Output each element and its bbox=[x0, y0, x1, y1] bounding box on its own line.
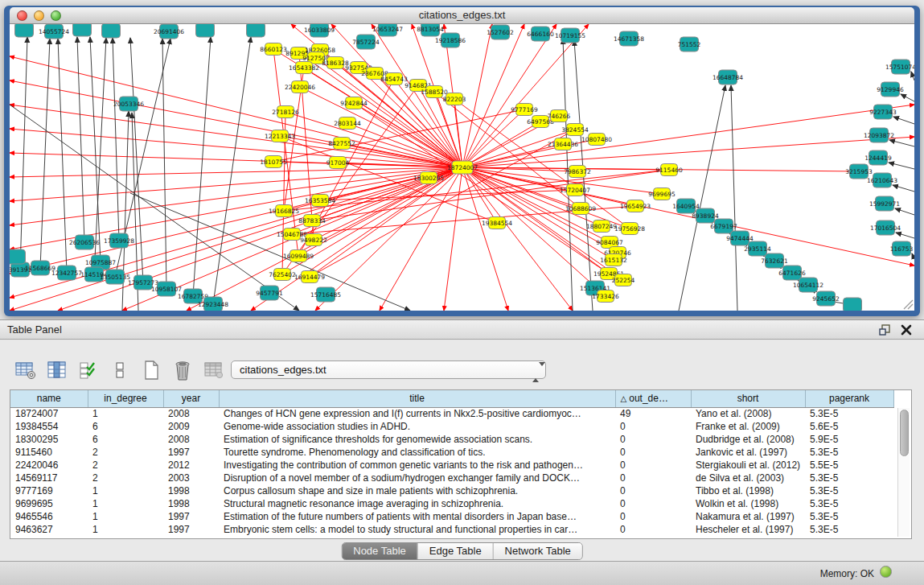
table-row[interactable]: 1938455462009Genome-wide association stu… bbox=[10, 420, 893, 433]
table-settings-icon[interactable] bbox=[14, 359, 37, 381]
graph-node[interactable]: 15751074 bbox=[885, 60, 914, 74]
table-row[interactable]: 977716911998Corpus callosum shape and si… bbox=[10, 484, 893, 497]
table-scrollbar-thumb[interactable] bbox=[900, 410, 909, 456]
graph-node[interactable]: 9115460 bbox=[655, 164, 683, 176]
graph-node[interactable]: 18807249 bbox=[586, 220, 617, 233]
graph-node[interactable]: 16914479 bbox=[294, 271, 325, 283]
graph-node[interactable] bbox=[73, 24, 92, 36]
graph-node[interactable]: 16648784 bbox=[713, 70, 743, 84]
column-header-year[interactable]: year bbox=[163, 390, 219, 407]
graph-node[interactable]: 6466160 bbox=[527, 27, 554, 41]
graph-node[interactable]: 1615132 bbox=[600, 254, 627, 266]
trash-icon[interactable] bbox=[171, 359, 194, 381]
table-column-icon[interactable] bbox=[46, 359, 68, 381]
graph-node[interactable]: 751552 bbox=[678, 37, 701, 51]
graph-node[interactable]: 20691406 bbox=[154, 24, 184, 39]
graph-node[interactable]: 16033809 bbox=[304, 24, 335, 37]
graph-node[interactable]: 7632621 bbox=[761, 253, 788, 268]
table-row[interactable]: 969969511998Structural magnetic resonanc… bbox=[10, 497, 893, 510]
graph-node[interactable]: 20053346 bbox=[113, 97, 144, 111]
graph-node[interactable] bbox=[247, 24, 265, 37]
new-file-icon[interactable] bbox=[140, 359, 162, 381]
close-window-button[interactable] bbox=[17, 10, 27, 21]
graph-node[interactable]: 18300295 bbox=[413, 172, 444, 184]
rows-icon[interactable] bbox=[109, 359, 131, 381]
window-titlebar[interactable]: citations_edges.txt bbox=[10, 7, 914, 24]
column-header-in_degree[interactable]: in_degree bbox=[88, 390, 163, 407]
tab-edge-table[interactable]: Edge Table bbox=[418, 543, 494, 559]
graph-node[interactable]: 116753 bbox=[890, 241, 914, 256]
resize-grip[interactable] bbox=[904, 300, 913, 309]
float-panel-icon[interactable] bbox=[878, 323, 892, 337]
graph-node[interactable]: 9457791 bbox=[256, 286, 283, 300]
graph-node[interactable]: 9699695 bbox=[648, 188, 676, 200]
graph-node[interactable]: 7625402 bbox=[269, 269, 296, 281]
graph-node[interactable]: 19384554 bbox=[482, 217, 512, 229]
graph-node[interactable] bbox=[10, 249, 26, 264]
graph-node[interactable]: 19166825 bbox=[269, 205, 299, 217]
graph-node[interactable]: 9129946 bbox=[877, 82, 904, 97]
column-header-name[interactable]: name bbox=[10, 390, 88, 407]
graph-node[interactable]: 10653247 bbox=[372, 24, 403, 36]
graph-node[interactable]: 822203 bbox=[443, 93, 466, 105]
table-row[interactable]: 1456911722003Disruption of a novel membe… bbox=[10, 472, 893, 484]
graph-node[interactable]: 9227343 bbox=[869, 105, 897, 119]
graph-node[interactable]: 8660123 bbox=[260, 43, 287, 56]
graph-node[interactable]: 19218586 bbox=[435, 33, 466, 47]
graph-node[interactable]: 1810755 bbox=[260, 156, 287, 168]
graph-node[interactable]: 1733426 bbox=[592, 290, 619, 303]
network-canvas[interactable]: 1405572420691406160338097857224106532478… bbox=[10, 24, 914, 311]
graph-node[interactable]: 3824554 bbox=[561, 124, 589, 136]
table-cell: 0 bbox=[615, 484, 691, 497]
import-table-icon[interactable] bbox=[203, 359, 225, 381]
minimize-window-button[interactable] bbox=[34, 10, 44, 21]
graph-node[interactable]: 2718126 bbox=[272, 106, 299, 118]
column-header-out_de[interactable]: △out_de… bbox=[615, 390, 691, 407]
graph-node[interactable]: 7857224 bbox=[352, 35, 380, 49]
graph-node[interactable]: 8878334 bbox=[298, 215, 326, 227]
graph-node[interactable]: 19756928 bbox=[614, 223, 645, 235]
graph-node[interactable] bbox=[844, 298, 862, 311]
graph-node[interactable] bbox=[15, 24, 34, 37]
table-scrollbar[interactable] bbox=[897, 408, 910, 537]
table-row[interactable]: 2242004622012Investigating the contribut… bbox=[10, 459, 893, 472]
graph-node[interactable]: 1244419 bbox=[864, 150, 892, 165]
table-row[interactable]: 911546021997Tourette syndrome. Phenomeno… bbox=[10, 446, 893, 459]
graph-node[interactable]: 10719155 bbox=[555, 28, 585, 43]
graph-node[interactable]: 22420046 bbox=[285, 81, 315, 93]
graph-node[interactable]: 8427552 bbox=[328, 138, 355, 150]
table-source-select[interactable]: citations_edges.txt bbox=[231, 360, 546, 379]
column-header-short[interactable]: short bbox=[691, 390, 805, 407]
graph-node[interactable]: 252254 bbox=[612, 274, 635, 286]
graph-node[interactable]: 16099489 bbox=[283, 250, 314, 262]
graph-node[interactable]: 9777169 bbox=[511, 104, 538, 116]
graph-node[interactable]: 14671358 bbox=[614, 31, 644, 46]
table-row[interactable]: 1830029562008Estimation of significance … bbox=[10, 433, 893, 446]
table-row[interactable]: 946362711997Embryonic stem cells: a mode… bbox=[10, 523, 893, 536]
table-row[interactable]: 1872400712008Changes of HCN gene express… bbox=[10, 407, 893, 420]
graph-node[interactable] bbox=[196, 24, 215, 37]
svg-text:8938924: 8938924 bbox=[692, 212, 719, 220]
graph-node[interactable] bbox=[102, 24, 121, 38]
graph-node[interactable]: 917004 bbox=[326, 157, 350, 169]
select-columns-icon[interactable] bbox=[77, 359, 100, 381]
graph-node[interactable]: 16543382 bbox=[289, 62, 319, 74]
graph-node[interactable]: 2803144 bbox=[334, 117, 361, 130]
graph-node[interactable]: 8454743 bbox=[380, 73, 408, 85]
column-header-pagerank[interactable]: pagerank bbox=[805, 390, 893, 407]
graph-node[interactable]: 746266 bbox=[548, 110, 571, 122]
graph-node[interactable]: 8813054 bbox=[417, 24, 444, 36]
tab-network-table[interactable]: Network Table bbox=[494, 543, 582, 559]
graph-node[interactable]: 1527602 bbox=[487, 25, 514, 39]
tab-node-table[interactable]: Node Table bbox=[342, 543, 418, 559]
graph-node[interactable]: 19654923 bbox=[620, 200, 651, 212]
graph-node[interactable]: 14055724 bbox=[39, 24, 69, 39]
zoom-window-button[interactable] bbox=[51, 10, 61, 21]
graph-node[interactable]: 1640954 bbox=[672, 199, 700, 213]
graph-node[interactable]: 9245652 bbox=[812, 291, 840, 306]
column-header-title[interactable]: title bbox=[219, 390, 615, 407]
table-row[interactable]: 946554611997Estimation of the future num… bbox=[10, 510, 893, 523]
graph-node[interactable]: 10807480 bbox=[581, 134, 612, 146]
graph-node[interactable]: 9242844 bbox=[340, 97, 368, 109]
close-panel-icon[interactable] bbox=[900, 323, 913, 336]
